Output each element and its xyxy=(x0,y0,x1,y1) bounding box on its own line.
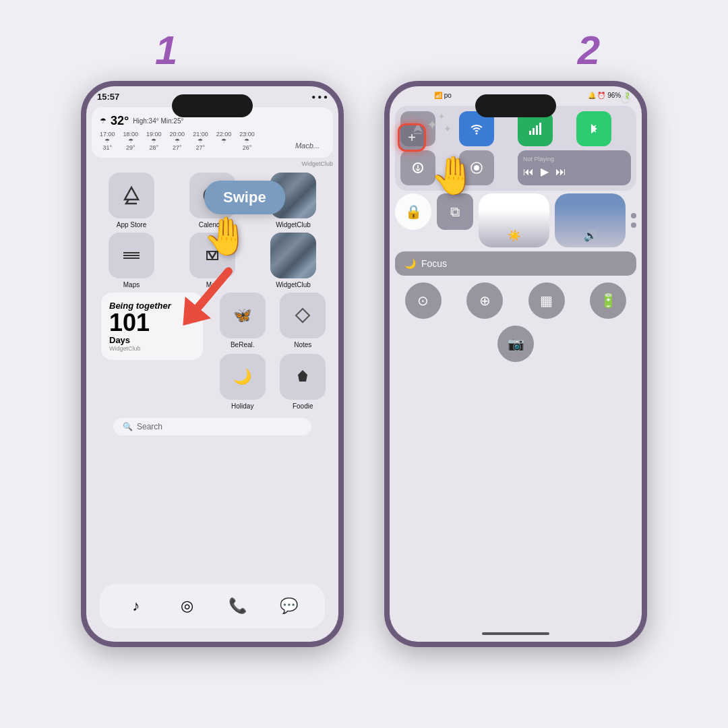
macbook-label: Macb... xyxy=(295,142,320,150)
small-apps-grid: 🦋 BeReal. Notes xyxy=(215,293,330,410)
middle-controls: 🔒 ⧉ ☀️ 🔊 xyxy=(390,193,642,247)
sparkles-2: ✦ xyxy=(444,123,452,134)
app-icon-foodie[interactable]: Foodie xyxy=(276,354,331,410)
status-icons: ● ● ● xyxy=(311,93,328,100)
svg-rect-9 xyxy=(539,123,541,135)
app-label-appstore: App Store xyxy=(117,221,146,229)
focus-moon-icon: 🌙 xyxy=(404,258,416,269)
dynamic-island-1 xyxy=(172,94,253,117)
app-icon-appstore[interactable]: App Store xyxy=(94,173,169,229)
app-label-notes: Notes xyxy=(294,341,311,348)
bottom-controls-row: ⊙ ⊕ ▦ 🔋 xyxy=(390,280,642,322)
time-display: 15:57 xyxy=(97,92,119,102)
dock-music[interactable]: ♪ xyxy=(119,589,153,623)
dynamic-island-2 xyxy=(475,94,556,117)
main-container: 1 2 15:57 ● ● ● ☂ 32° High:34° Min:25° xyxy=(0,0,728,728)
svg-rect-6 xyxy=(529,131,531,135)
focus-button[interactable]: 🌙 Focus xyxy=(395,251,636,276)
sparkles-3: ✦ xyxy=(438,112,445,121)
screen-mirror-button[interactable]: ⧉ xyxy=(437,193,473,230)
side-dots xyxy=(631,193,636,247)
phone2-screen: + 📶 po 🔔 ⏰ 96% 🔋 xyxy=(390,86,642,642)
phone-1: 15:57 ● ● ● ☂ 32° High:34° Min:25° 17:00… xyxy=(81,81,344,647)
zoom-button[interactable]: ⊕ xyxy=(466,282,503,319)
app-label-bereal: BeReal. xyxy=(231,341,255,348)
app-label-foodie: Foodie xyxy=(293,402,313,410)
volume-slider[interactable]: 🔊 xyxy=(555,193,626,247)
weather-temp: 32° xyxy=(111,114,129,128)
now-playing-label: Not Playing xyxy=(523,156,626,162)
search-bar[interactable]: 🔍 Search xyxy=(113,418,311,435)
app-icon-holiday[interactable]: 🌙 Holiday xyxy=(215,354,270,410)
svg-rect-7 xyxy=(533,128,535,135)
rotation-lock-button[interactable]: 🔒 xyxy=(395,193,431,230)
svg-rect-8 xyxy=(536,125,538,135)
dock: ♪ ◎ 📞 💬 xyxy=(100,584,325,628)
app-label-maps: Maps xyxy=(123,281,140,289)
step-2-label: 2 xyxy=(578,27,600,73)
home-indicator xyxy=(482,632,549,635)
app-label-widgetclub2: WidgetClub xyxy=(276,281,311,289)
keypad-button[interactable]: ▦ xyxy=(528,282,565,319)
focus-label: Focus xyxy=(421,258,447,269)
camera-button[interactable]: 📷 xyxy=(497,326,534,362)
app-icon-notes[interactable]: Notes xyxy=(276,293,331,348)
hand-cursor-1: 🤚 xyxy=(203,214,249,258)
bluetooth-button[interactable] xyxy=(576,111,611,146)
phone-2: ⏻ + 📶 po 🔔 ⏰ 96% 🔋 xyxy=(384,81,647,647)
battery-button[interactable]: 🔋 xyxy=(590,282,626,319)
step-1-label: 1 xyxy=(155,27,177,73)
sparkles-1: ✦ xyxy=(427,117,438,133)
app-label-holiday: Holiday xyxy=(231,402,253,410)
record-button[interactable]: ⊙ xyxy=(405,282,442,319)
carrier-signal: 📶 po xyxy=(434,92,452,99)
search-text: Search xyxy=(137,422,162,431)
brightness-slider[interactable]: ☀️ xyxy=(479,193,549,247)
plus-button-wrapper: + xyxy=(398,123,426,152)
marble-texture-2 xyxy=(270,233,316,278)
next-button[interactable]: ⏭ xyxy=(555,166,566,178)
media-controls: ⏮ ▶ ⏭ xyxy=(523,165,626,178)
svg-point-5 xyxy=(476,133,478,135)
now-playing-tile[interactable]: Not Playing ⏮ ▶ ⏭ xyxy=(518,150,631,185)
dock-messages[interactable]: 💬 xyxy=(272,589,305,623)
dock-safari[interactable]: ◎ xyxy=(170,589,204,623)
play-button[interactable]: ▶ xyxy=(541,165,549,178)
plus-icon: + xyxy=(408,130,416,146)
add-widget-button[interactable]: + xyxy=(398,123,426,152)
app-icon-widgetclub2[interactable]: WidgetClub xyxy=(256,233,330,289)
weather-icon: ☂ xyxy=(100,117,107,125)
dock-phone[interactable]: 📞 xyxy=(221,589,255,623)
app-icon-maps[interactable]: Maps xyxy=(94,233,169,289)
prev-button[interactable]: ⏮ xyxy=(523,166,534,178)
swipe-button[interactable]: Swipe xyxy=(204,181,285,214)
weather-range: High:34° Min:25° xyxy=(133,117,183,125)
search-icon: 🔍 xyxy=(123,422,133,431)
widgetclub-banner: WidgetClub xyxy=(86,160,338,167)
weather-hours: 17:00☂31° 18:00☂29° 19:00☂28° 20:00☂27° … xyxy=(100,131,325,151)
app-label-widgetclub1: WidgetClub xyxy=(276,221,311,229)
phone1-screen: 15:57 ● ● ● ☂ 32° High:34° Min:25° 17:00… xyxy=(86,86,338,642)
hand-cursor-2: 🤚 xyxy=(430,154,477,198)
